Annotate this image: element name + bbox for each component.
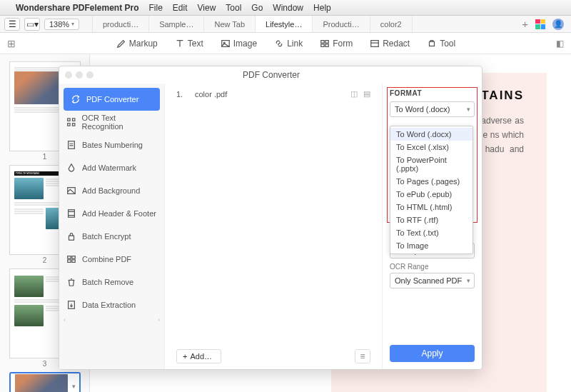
format-opt-rtf[interactable]: To RTF (.rtf) xyxy=(390,213,473,226)
form-button[interactable]: Form xyxy=(320,39,353,49)
svg-rect-12 xyxy=(69,141,75,149)
toolbar: ⊞ Markup Text Image Link Form Redact Too… xyxy=(0,33,571,54)
sidebar-item-extraction[interactable]: Data Extraction xyxy=(59,293,164,316)
menu-edit[interactable]: Edit xyxy=(173,3,188,13)
tab-color2[interactable]: color2 xyxy=(370,16,413,32)
add-file-button[interactable]: +Add… xyxy=(176,349,221,363)
markup-button[interactable]: Markup xyxy=(116,39,158,49)
sidebar-item-remove[interactable]: Batch Remove xyxy=(59,271,164,293)
sidebar-item-background[interactable]: Add Background xyxy=(59,179,164,202)
new-tab-icon[interactable]: + xyxy=(522,18,528,30)
collapse-right-icon[interactable]: › xyxy=(158,316,160,323)
sidebar-item-encrypt[interactable]: Batch Encrypt xyxy=(59,225,164,248)
svg-rect-5 xyxy=(325,44,328,46)
close-icon[interactable] xyxy=(65,71,72,79)
format-opt-image[interactable]: To Image xyxy=(390,239,473,252)
ocr-range-select[interactable]: Only Scanned PDF xyxy=(390,273,475,288)
format-opt-word[interactable]: To Word (.docx) xyxy=(390,128,473,141)
apps-grid-icon[interactable] xyxy=(535,19,545,29)
svg-rect-15 xyxy=(69,236,74,240)
menu-tool[interactable]: Tool xyxy=(226,3,241,13)
tab-lifestyle[interactable]: Lifestyle… xyxy=(256,16,313,32)
menu-help[interactable]: Help xyxy=(313,3,331,13)
sidebar-item-combine[interactable]: Combine PDF xyxy=(59,248,164,271)
format-opt-ppt[interactable]: To PowerPoint (.pptx) xyxy=(390,154,473,175)
sidebar-item-bates[interactable]: Bates Numbering xyxy=(59,134,164,156)
svg-rect-16 xyxy=(68,256,71,259)
image-button[interactable]: Image xyxy=(221,39,257,49)
format-opt-html[interactable]: To HTML (.html) xyxy=(390,201,473,213)
svg-rect-3 xyxy=(325,40,328,43)
thumbnails-toggle-icon[interactable]: ☰ xyxy=(4,18,20,31)
menu-window[interactable]: Window xyxy=(273,3,303,13)
user-avatar-icon[interactable]: 👤 xyxy=(552,19,564,30)
svg-rect-11 xyxy=(72,124,74,126)
format-dropdown: To Word (.docx) To Excel (.xlsx) To Powe… xyxy=(390,126,473,254)
sidebar-item-pdf-converter[interactable]: PDF Converter xyxy=(64,88,160,111)
file-index: 1. xyxy=(176,90,185,99)
zoom-window-icon[interactable] xyxy=(86,71,94,79)
svg-rect-10 xyxy=(68,124,70,126)
tab-newtab[interactable]: New Tab xyxy=(204,16,256,32)
text-button[interactable]: Text xyxy=(175,39,203,49)
view-mode-icon[interactable]: ▭▾ xyxy=(24,18,40,31)
sidebar-item-ocr[interactable]: OCR Text Recognition xyxy=(59,111,164,134)
svg-rect-8 xyxy=(68,119,70,121)
tool-button[interactable]: Tool xyxy=(427,39,455,49)
dialog-titlebar[interactable]: PDF Converter xyxy=(59,66,482,84)
minimize-icon[interactable] xyxy=(76,71,83,79)
format-heading: FORMAT xyxy=(390,89,475,97)
page-range-icon[interactable]: ◫ xyxy=(350,89,358,99)
options-panel: FORMAT To Word (.docx) To Word (.docx) T… xyxy=(382,84,482,369)
format-opt-epub[interactable]: To ePub (.epub) xyxy=(390,188,473,201)
thumb-controls: ☰ ▭▾ 138%▾ xyxy=(0,16,93,32)
file-list: 1. color .pdf ◫ ▤ +Add… ≡ xyxy=(165,84,382,369)
tab-strip: ☰ ▭▾ 138%▾ producti… Sample… New Tab Lif… xyxy=(0,16,571,33)
svg-rect-18 xyxy=(68,260,71,263)
panel-toggle-icon[interactable]: ◧ xyxy=(556,39,564,49)
converter-sidebar: PDF Converter OCR Text Recognition Bates… xyxy=(59,84,165,369)
pdf-converter-dialog: PDF Converter PDF Converter OCR Text Rec… xyxy=(59,66,482,370)
svg-rect-7 xyxy=(430,41,435,46)
menu-go[interactable]: Go xyxy=(251,3,263,13)
tab-producti2[interactable]: Producti… xyxy=(313,16,370,32)
zoom-value: 138% xyxy=(49,20,69,29)
tab-producti[interactable]: producti… xyxy=(93,16,149,32)
page-thumb-4[interactable] xyxy=(9,372,81,392)
svg-rect-2 xyxy=(321,40,324,43)
format-opt-text[interactable]: To Text (.txt) xyxy=(390,226,473,239)
plus-icon: + xyxy=(183,352,187,361)
collapse-left-icon[interactable]: ‹ xyxy=(64,316,66,323)
redact-button[interactable]: Redact xyxy=(370,39,410,49)
app-name[interactable]: Wondershare PDFelement Pro xyxy=(16,3,139,13)
format-opt-excel[interactable]: To Excel (.xlsx) xyxy=(390,141,473,154)
format-opt-pages[interactable]: To Pages (.pages) xyxy=(390,175,473,188)
system-menubar: Wondershare PDFelement Pro File Edit Vie… xyxy=(0,0,571,16)
file-name: color .pdf xyxy=(195,90,227,99)
menu-view[interactable]: View xyxy=(198,3,216,13)
zoom-selector[interactable]: 138%▾ xyxy=(44,19,79,30)
list-options-icon[interactable]: ≡ xyxy=(355,349,370,363)
link-button[interactable]: Link xyxy=(274,39,303,49)
apply-button[interactable]: Apply xyxy=(390,345,475,362)
ocr-range-label: OCR Range xyxy=(390,263,475,271)
file-options-icon[interactable]: ▤ xyxy=(363,89,370,99)
document-tabs: producti… Sample… New Tab Lifestyle… Pro… xyxy=(93,16,515,32)
menu-file[interactable]: File xyxy=(149,3,163,13)
svg-rect-4 xyxy=(321,44,324,46)
tab-sample[interactable]: Sample… xyxy=(149,16,204,32)
svg-rect-9 xyxy=(72,119,74,121)
svg-rect-6 xyxy=(371,40,379,46)
dialog-title: PDF Converter xyxy=(97,70,445,80)
svg-rect-14 xyxy=(69,210,75,218)
sidebar-item-watermark[interactable]: Add Watermark xyxy=(59,156,164,179)
format-select[interactable]: To Word (.docx) xyxy=(390,101,475,117)
svg-rect-17 xyxy=(72,256,75,259)
file-row[interactable]: 1. color .pdf ◫ ▤ xyxy=(176,89,370,99)
sidebar-item-header-footer[interactable]: Add Header & Footer xyxy=(59,202,164,225)
svg-rect-19 xyxy=(72,260,75,263)
grid-toggle-icon[interactable]: ⊞ xyxy=(7,38,16,49)
